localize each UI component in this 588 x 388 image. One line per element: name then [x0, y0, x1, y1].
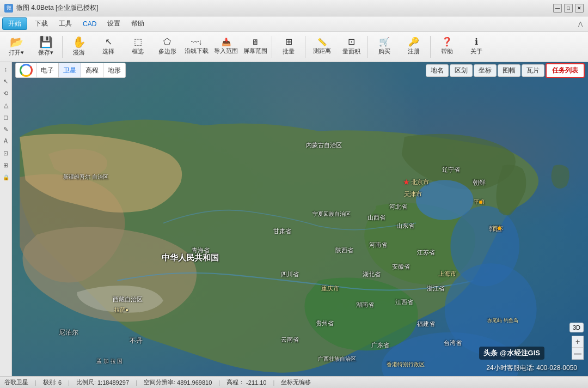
opt-region-div[interactable]: 区划 — [450, 64, 473, 77]
map-logo — [16, 63, 36, 77]
toolbar-separator-4 — [367, 36, 368, 58]
roam-label: 漫游 — [73, 48, 85, 57]
menu-settings[interactable]: 设置 — [102, 17, 126, 30]
beijing-marker: ★ 北京市 — [403, 178, 429, 186]
register-button[interactable]: 🔑 注册 — [400, 33, 428, 60]
toolbar: 📂 打开▾ 💾 保存▾ ✋ 漫游 ↖ 选择 ⬚ 框选 ⬠ 多边形 〰↓ 沿线下载… — [0, 32, 588, 62]
screen-range-icon: 🖥 — [252, 38, 259, 46]
minimize-button[interactable]: — — [553, 4, 562, 13]
screen-range-button[interactable]: 🖥 屏幕范围 — [241, 33, 270, 60]
polygon-button[interactable]: ⬠ 多边形 — [153, 33, 181, 60]
map-view[interactable]: 电子 卫星 高程 地形 地名 区划 坐标 图幅 瓦片 任务列表 内蒙古自治区 辽… — [12, 62, 588, 376]
coord-label: 坐标无编移 — [281, 378, 311, 386]
opt-map-sheet[interactable]: 图幅 — [498, 64, 520, 77]
opt-coordinate[interactable]: 坐标 — [474, 64, 497, 77]
menu-tools[interactable]: 工具 — [53, 17, 77, 30]
menu-download[interactable]: 下载 — [29, 17, 53, 30]
menu-bar: 开始 下载 工具 CAD 设置 帮助 ⋀ — [0, 16, 588, 32]
elevation-label: 高程： — [226, 378, 244, 386]
menu-cad[interactable]: CAD — [77, 19, 102, 29]
opt-placename[interactable]: 地名 — [426, 64, 449, 77]
map-type-satellite[interactable]: 卫星 — [59, 63, 81, 77]
line-download-button[interactable]: 〰↓ 沿线下载 — [182, 33, 211, 60]
map-type-elevation[interactable]: 高程 — [81, 63, 103, 77]
roam-button[interactable]: ✋ 漫游 — [65, 33, 93, 60]
sidebar-tool-measure[interactable]: ⊡ — [1, 148, 11, 158]
left-sidebar: ↕ ↖ ⟲ △ ◻ ✎ Ａ ⊡ ⊞ 🔒 — [0, 62, 12, 376]
collapse-ribbon-button[interactable]: ⋀ — [575, 20, 586, 28]
terrain-svg — [12, 62, 588, 376]
sidebar-tool-text[interactable]: Ａ — [1, 136, 11, 146]
map-type-terrain[interactable]: 地形 — [103, 63, 125, 77]
save-label: 保存▾ — [38, 48, 53, 57]
zoom-value: 6 — [58, 379, 62, 386]
save-icon: 💾 — [39, 37, 53, 47]
select-button[interactable]: ↖ 选择 — [94, 33, 122, 60]
open-label: 打开▾ — [9, 48, 24, 57]
frame-select-label: 框选 — [132, 47, 144, 56]
3d-button[interactable]: 3D — [569, 323, 584, 332]
task-list-button[interactable]: 任务列表 — [546, 63, 585, 78]
title-bar: 微 微图 4.0Beta [企业版已授权] — □ ✕ — [0, 0, 588, 16]
sidebar-tool-triangle[interactable]: △ — [1, 100, 11, 110]
help-icon: ❓ — [442, 38, 452, 46]
buy-icon: 🛒 — [379, 38, 390, 46]
zoom-in-button[interactable]: + — [572, 336, 584, 348]
scale-value: 1:18489297 — [97, 379, 129, 386]
status-scale: 比例尺: 1:18489297 — [76, 378, 129, 386]
source-label: 谷歌卫星 — [4, 378, 28, 386]
line-download-icon: 〰↓ — [191, 38, 203, 46]
sidebar-tool-grid[interactable]: ⊞ — [1, 160, 11, 170]
import-range-button[interactable]: 📥 导入范围 — [212, 33, 240, 60]
save-button[interactable]: 💾 保存▾ — [32, 33, 60, 60]
zoom-out-button[interactable]: — — [572, 348, 584, 360]
map-type-electronic[interactable]: 电子 — [36, 63, 59, 77]
sidebar-tool-draw[interactable]: ✎ — [1, 124, 11, 134]
status-coord: 坐标无编移 — [281, 378, 311, 386]
sidebar-tool-lock[interactable]: 🔒 — [1, 172, 11, 182]
help-tb-label: 帮助 — [441, 47, 453, 56]
start-menu-button[interactable]: 开始 — [2, 17, 27, 30]
hotline-text: 24小时客服电话: 400-028-0050 — [486, 363, 577, 373]
opt-tile[interactable]: 瓦片 — [522, 64, 544, 77]
buy-label: 购买 — [378, 47, 390, 56]
close-button[interactable]: ✕ — [575, 4, 584, 13]
polygon-icon: ⬠ — [163, 38, 171, 46]
measure-area-icon: ⊡ — [348, 38, 355, 46]
status-zoom: 极别: 6 — [43, 378, 62, 386]
line-download-label: 沿线下载 — [185, 47, 209, 55]
menu-help[interactable]: 帮助 — [126, 17, 150, 30]
buy-button[interactable]: 🛒 购买 — [370, 33, 399, 60]
map-top-bar: 电子 卫星 高程 地形 地名 区划 坐标 图幅 瓦片 任务列表 — [12, 62, 588, 78]
pyongyang-dot — [479, 201, 482, 204]
app-title: 微图 4.0Beta [企业版已授权] — [16, 3, 99, 13]
app-icon: 微 — [4, 4, 13, 13]
about-icon: ℹ — [475, 38, 478, 46]
status-bar: 谷歌卫星 | 极别: 6 | 比例尺: 1:18489297 | 空间分辨率: … — [0, 376, 588, 388]
frame-select-icon: ⬚ — [134, 38, 142, 46]
toolbar-separator-3 — [305, 36, 305, 58]
frame-select-button[interactable]: ⬚ 框选 — [124, 33, 152, 60]
status-sep-3: | — [136, 379, 137, 386]
toolbar-separator-2 — [272, 36, 272, 58]
batch-button[interactable]: ⊞ 批量 — [274, 33, 303, 60]
zoom-controls: + — — [572, 336, 584, 360]
sidebar-tool-rect[interactable]: ◻ — [1, 112, 11, 122]
open-button[interactable]: 📂 打开▾ — [2, 33, 30, 60]
about-button[interactable]: ℹ 关于 — [462, 33, 491, 60]
status-resolution: 空间分辨率: 4891.969810 — [144, 378, 212, 386]
maximize-button[interactable]: □ — [564, 4, 573, 13]
map-options-right: 地名 区划 坐标 图幅 瓦片 任务列表 — [426, 63, 585, 78]
resolution-value: 4891.969810 — [177, 379, 212, 386]
select-icon: ↖ — [105, 38, 112, 46]
measure-dist-button[interactable]: 📏 测距离 — [308, 33, 336, 60]
sidebar-tool-rotate[interactable]: ⟲ — [1, 88, 11, 98]
sidebar-tool-select[interactable]: ↖ — [1, 76, 11, 86]
help-tb-button[interactable]: ❓ 帮助 — [433, 33, 461, 60]
zoom-label: 极别: — [43, 378, 57, 386]
measure-area-button[interactable]: ⊡ 量面积 — [337, 33, 365, 60]
sidebar-tool-pan[interactable]: ↕ — [1, 64, 11, 74]
select-label: 选择 — [102, 47, 114, 56]
register-icon: 🔑 — [408, 38, 419, 46]
elevation-value: -211.10 — [246, 379, 266, 386]
